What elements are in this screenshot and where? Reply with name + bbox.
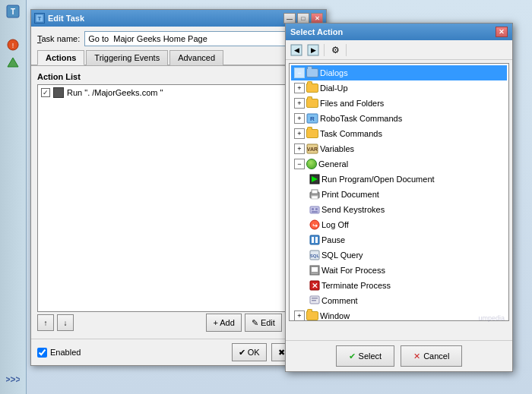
select-action-dialog: Select Action ✕ ◀ ▶ ⚙ −: [285, 23, 513, 372]
tree-label-general: General: [318, 159, 348, 169]
action-controls-row: ↑ ↓ + Add ✎ Edit — Re: [31, 310, 326, 335]
window-controls: — □ ✕: [283, 13, 323, 24]
action-item-label-1: Run ". /MajorGeeks.com ": [67, 88, 163, 97]
sidebar-icon-1[interactable]: T: [5, 3, 21, 20]
minimize-button[interactable]: —: [283, 13, 296, 24]
svg-text:◀: ◀: [294, 46, 299, 54]
tree-item-taskcommands[interactable]: + Task Commands: [291, 126, 507, 141]
tree-label-robotask: RoboTask Commands: [320, 114, 402, 123]
tree-item-general[interactable]: − General: [291, 156, 507, 172]
tree-item-dialogs[interactable]: − Dialogs: [291, 65, 507, 80]
svg-text:↪: ↪: [312, 222, 318, 229]
enabled-checkbox[interactable]: [37, 348, 47, 358]
tree-icon-pause: [309, 235, 320, 245]
toolbar-btn-forward[interactable]: ▶: [306, 43, 321, 58]
tree-item-dialup[interactable]: + Dial-Up: [291, 80, 507, 96]
tree-item-window[interactable]: + Window: [291, 308, 507, 321]
edit-task-title: Edit Task: [48, 14, 84, 23]
tree-item-terminate[interactable]: ✕ Terminate Process: [291, 278, 507, 293]
tree-label-taskcommands: Task Commands: [320, 129, 382, 138]
tree-icon-keystrokes: [309, 204, 320, 215]
tree-icon-dialup: [306, 84, 318, 93]
action-tree[interactable]: − Dialogs + Dial-Up + Files and Folders …: [289, 63, 509, 321]
svg-text:!: !: [12, 42, 14, 49]
tree-icon-sql: SQL: [309, 250, 320, 260]
sidebar-icon-2[interactable]: !: [5, 36, 21, 53]
tree-item-sql[interactable]: SQL SQL Query: [291, 247, 507, 263]
svg-text:SQL: SQL: [310, 254, 320, 258]
tree-icon-print: [309, 189, 320, 200]
action-item-1[interactable]: ✓ Run ". /MajorGeeks.com ": [38, 85, 319, 100]
tree-expander-taskcommands[interactable]: +: [294, 128, 305, 139]
svg-text:✕: ✕: [312, 282, 318, 290]
tree-item-pause[interactable]: Pause: [291, 232, 507, 247]
tree-label-keystrokes: Send Keystrokes: [321, 205, 385, 214]
svg-rect-25: [312, 211, 318, 213]
action-item-icon-1: [53, 87, 64, 98]
tree-item-variables[interactable]: + VAR Variables: [291, 141, 507, 156]
tree-expander-files[interactable]: +: [294, 98, 305, 109]
add-button[interactable]: + Add: [206, 314, 241, 332]
tree-item-comment[interactable]: Comment: [291, 293, 507, 308]
tab-advanced[interactable]: Advanced: [169, 50, 223, 65]
toolbar-btn-back[interactable]: ◀: [289, 43, 304, 58]
tree-item-files[interactable]: + Files and Folders: [291, 96, 507, 111]
action-list-label: Action List: [37, 72, 320, 81]
tree-item-print[interactable]: Print Document: [291, 187, 507, 202]
select-action-title-label: Select Action: [290, 27, 343, 36]
tree-item-keystrokes[interactable]: Send Keystrokes: [291, 202, 507, 217]
ok-button[interactable]: ✔ OK: [232, 343, 267, 361]
task-name-row: Task name:: [31, 27, 326, 49]
dialog-content: Action List ✓ Run ". /MajorGeeks.com ": [31, 66, 326, 318]
tree-item-waitprocess[interactable]: Wait For Process: [291, 263, 507, 278]
select-button[interactable]: ✔ Select: [336, 345, 395, 367]
action-checkbox-1[interactable]: ✓: [41, 88, 50, 97]
svg-text:T: T: [11, 8, 15, 16]
tree-expander-variables[interactable]: +: [294, 143, 305, 154]
maximize-button[interactable]: □: [297, 13, 309, 24]
tree-expander-robotask[interactable]: +: [294, 113, 305, 124]
svg-rect-35: [312, 273, 318, 274]
sidebar-icon-3[interactable]: [5, 55, 21, 71]
edit-task-titlebar: T Edit Task — □ ✕: [31, 10, 326, 27]
tree-label-sql: SQL Query: [321, 251, 363, 260]
tree-label-dialogs: Dialogs: [320, 68, 348, 77]
tree-label-terminate: Terminate Process: [321, 281, 391, 290]
action-list-box[interactable]: ✓ Run ". /MajorGeeks.com ": [37, 84, 320, 312]
enabled-row: Enabled: [37, 348, 81, 358]
tree-expander-general[interactable]: −: [294, 159, 305, 169]
svg-text:⚙: ⚙: [331, 45, 340, 55]
toolbar-btn-settings[interactable]: ⚙: [328, 43, 343, 58]
ok-cancel-row: Enabled ✔ OK ✖ Cancel: [31, 339, 326, 365]
tab-actions[interactable]: Actions: [37, 50, 84, 65]
svg-rect-21: [312, 196, 318, 199]
sidebar-icon-expand[interactable]: >>>: [5, 371, 21, 388]
tree-label-variables: Variables: [320, 144, 354, 153]
tree-label-waitprocess: Wait For Process: [321, 266, 385, 275]
tree-icon-dialogs: [306, 68, 318, 77]
svg-rect-30: [315, 237, 318, 243]
tab-triggering-events[interactable]: Triggering Events: [86, 50, 168, 65]
tree-expander-dialogs[interactable]: −: [294, 68, 305, 78]
select-action-bottom: ✔ Select ✕ Cancel: [286, 340, 512, 371]
close-button-edit[interactable]: ✕: [311, 13, 323, 24]
tree-label-dialup: Dial-Up: [320, 84, 348, 93]
svg-rect-29: [312, 237, 314, 243]
edit-button[interactable]: ✎ Edit: [245, 314, 282, 332]
cancel-button-label: Cancel: [423, 351, 449, 361]
tree-expander-window[interactable]: +: [294, 310, 305, 321]
svg-rect-20: [312, 190, 318, 194]
tree-item-robotask[interactable]: + R RoboTask Commands: [291, 111, 507, 126]
move-down-button[interactable]: ↓: [57, 314, 74, 331]
tree-icon-files: [306, 99, 318, 108]
close-button-select[interactable]: ✕: [496, 27, 508, 37]
tree-item-runprogram[interactable]: Run Program/Open Document: [291, 172, 507, 187]
tree-item-logoff[interactable]: ↪ Log Off: [291, 217, 507, 232]
move-up-button[interactable]: ↑: [37, 314, 54, 331]
cancel-button-select[interactable]: ✕ Cancel: [401, 345, 462, 367]
tree-icon-taskcommands: [306, 129, 318, 138]
tree-icon-waitprocess: [309, 265, 320, 276]
cancel-button-icon: ✕: [413, 351, 420, 361]
tree-expander-dialup[interactable]: +: [294, 83, 305, 93]
select-button-label: Select: [359, 351, 382, 361]
